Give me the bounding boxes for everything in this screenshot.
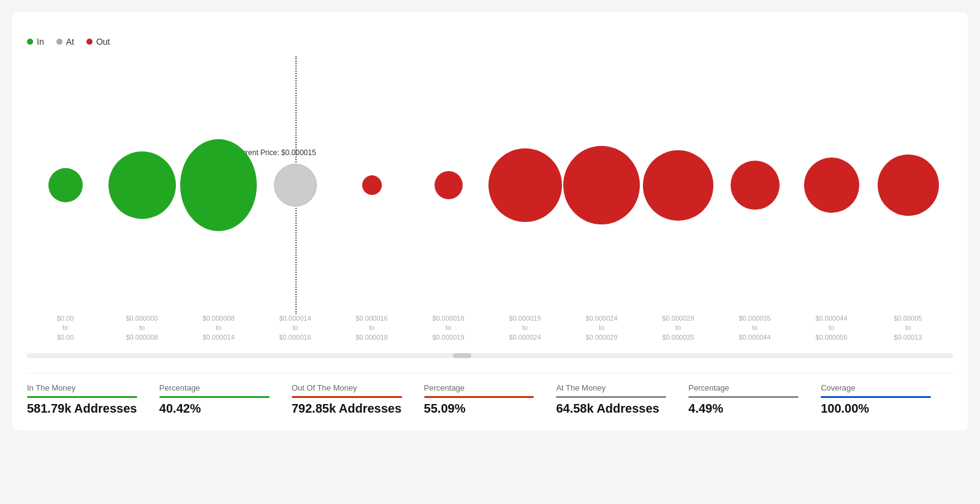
bubble-6 xyxy=(488,148,562,222)
legend-label-at: At xyxy=(66,37,74,47)
stat-label-1: Percentage xyxy=(159,383,282,392)
stat-group-5: Percentage4.49% xyxy=(688,383,821,416)
legend-item-out: Out xyxy=(86,37,110,47)
stat-label-3: Percentage xyxy=(424,383,547,392)
bubble-col-11 xyxy=(870,56,946,314)
axis-col-3: $0.000014to$0.000016 xyxy=(257,314,333,351)
legend-item-at: At xyxy=(56,37,74,47)
legend-dot-at xyxy=(56,39,63,45)
stat-underline-2 xyxy=(292,396,402,398)
legend-item-in: In xyxy=(27,37,44,47)
legend: InAtOut xyxy=(27,37,953,47)
bubble-2 xyxy=(180,139,257,231)
stat-underline-1 xyxy=(159,396,270,398)
stat-underline-6 xyxy=(821,396,931,398)
stat-underline-5 xyxy=(688,396,799,398)
stat-label-2: Out Of The Money xyxy=(292,383,414,392)
legend-label-out: Out xyxy=(96,37,110,47)
card: InAtOut Current Price: $0.000015$0.00to$… xyxy=(12,12,968,430)
stat-label-5: Percentage xyxy=(688,383,811,392)
bubble-row xyxy=(27,56,946,314)
axis-col-0: $0.00to$0.00 xyxy=(27,314,104,351)
bubble-col-4 xyxy=(333,56,410,314)
bubble-1 xyxy=(108,151,176,219)
bubble-col-1 xyxy=(104,56,180,314)
stat-label-6: Coverage xyxy=(821,383,943,392)
stat-value-2: 792.85k Addresses xyxy=(292,402,414,416)
axis-col-10: $0.000044to$0.000056 xyxy=(793,314,870,351)
bubble-col-6 xyxy=(487,56,563,314)
bubble-col-2 xyxy=(180,56,257,314)
bubble-col-5 xyxy=(410,56,487,314)
bubble-4 xyxy=(362,175,382,195)
bubble-col-8 xyxy=(640,56,716,314)
axis-col-8: $0.000029to$0.000035 xyxy=(640,314,716,351)
stat-value-3: 55.09% xyxy=(424,402,547,416)
axis-col-11: $0.00005to$0.00013 xyxy=(870,314,946,351)
stat-group-6: Coverage100.00% xyxy=(821,383,953,416)
legend-dot-in xyxy=(27,39,33,45)
stat-group-2: Out Of The Money792.85k Addresses xyxy=(292,383,424,416)
axis-col-4: $0.000016to$0.000018 xyxy=(333,314,410,351)
axis-row: $0.00to$0.00$0.000000to$0.000008$0.00000… xyxy=(27,314,946,351)
chart-area: Current Price: $0.000015$0.00to$0.00$0.0… xyxy=(27,56,953,358)
scrollbar-thumb[interactable] xyxy=(453,353,471,358)
stat-value-1: 40.42% xyxy=(159,402,282,416)
bubble-col-9 xyxy=(716,56,793,314)
bubble-col-0 xyxy=(27,56,104,314)
stat-underline-4 xyxy=(556,396,666,398)
stat-value-5: 4.49% xyxy=(688,402,811,416)
bubble-col-7 xyxy=(563,56,640,314)
bubble-0 xyxy=(48,168,83,202)
stats-row: In The Money581.79k AddressesPercentage4… xyxy=(27,373,953,416)
stat-underline-3 xyxy=(424,396,534,398)
bubble-col-10 xyxy=(793,56,870,314)
bubble-col-3 xyxy=(257,56,333,314)
axis-col-6: $0.000019to$0.000024 xyxy=(487,314,563,351)
bubble-11 xyxy=(878,155,939,216)
bubble-7 xyxy=(563,146,640,224)
stat-group-0: In The Money581.79k Addresses xyxy=(27,383,159,416)
stat-value-6: 100.00% xyxy=(821,402,943,416)
axis-col-7: $0.000024to$0.000029 xyxy=(563,314,640,351)
stat-group-4: At The Money64.58k Addresses xyxy=(556,383,688,416)
stat-underline-0 xyxy=(27,396,137,398)
stat-label-4: At The Money xyxy=(556,383,678,392)
chart-inner: Current Price: $0.000015$0.00to$0.00$0.0… xyxy=(27,56,946,351)
axis-col-1: $0.000000to$0.000008 xyxy=(104,314,180,351)
axis-col-2: $0.000008to$0.000014 xyxy=(180,314,257,351)
stat-label-0: In The Money xyxy=(27,383,150,392)
bubble-10 xyxy=(804,158,859,213)
axis-col-9: $0.000035to$0.000044 xyxy=(716,314,793,351)
bubble-3 xyxy=(274,164,317,207)
legend-dot-out xyxy=(86,39,93,45)
stat-group-3: Percentage55.09% xyxy=(424,383,556,416)
bubble-5 xyxy=(435,171,463,199)
bubble-9 xyxy=(731,161,780,210)
stat-value-0: 581.79k Addresses xyxy=(27,402,150,416)
axis-col-5: $0.000018to$0.000019 xyxy=(410,314,487,351)
stat-value-4: 64.58k Addresses xyxy=(556,402,678,416)
scrollbar[interactable] xyxy=(27,353,953,358)
legend-label-in: In xyxy=(37,37,44,47)
stat-group-1: Percentage40.42% xyxy=(159,383,292,416)
bubble-8 xyxy=(643,150,713,221)
